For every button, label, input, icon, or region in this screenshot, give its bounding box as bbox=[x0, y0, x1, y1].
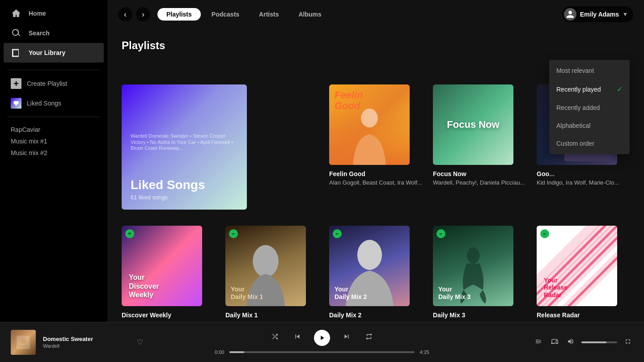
np-title: Domestic Sweater bbox=[43, 336, 128, 342]
np-center: 0:00 4:25 bbox=[145, 330, 499, 355]
topbar: ‹ › Playlists Podcasts Artists Albums Em… bbox=[107, 0, 644, 29]
daily1-image-text: YourDaily Mix 1 bbox=[231, 286, 263, 301]
tab-playlists[interactable]: Playlists bbox=[157, 8, 201, 21]
card-good-title: Goo... bbox=[537, 170, 630, 177]
sidebar-item-home[interactable]: Home bbox=[4, 4, 104, 23]
np-time-current: 0:00 bbox=[215, 349, 224, 355]
card-release-radar[interactable]: YourReleaseRadar Release Radar Made for … bbox=[537, 226, 630, 322]
user-menu[interactable]: Emily Adams ▼ bbox=[562, 6, 633, 22]
np-info: Domestic Sweater Wardell bbox=[43, 336, 128, 349]
progress-fill bbox=[229, 351, 244, 353]
sidebar-item-search-label: Search bbox=[29, 29, 50, 37]
check-icon: ✓ bbox=[617, 85, 623, 93]
repeat-button[interactable] bbox=[363, 331, 375, 345]
user-name: Emily Adams bbox=[580, 11, 619, 18]
card-discover-weekly-title: Discover Weekly bbox=[122, 311, 215, 319]
tab-albums[interactable]: Albums bbox=[289, 8, 330, 21]
np-right bbox=[499, 336, 633, 349]
play-pause-button[interactable] bbox=[314, 330, 330, 346]
home-icon bbox=[11, 8, 21, 19]
queue-button[interactable] bbox=[533, 336, 544, 349]
spotify-dot-daily2 bbox=[333, 229, 342, 238]
liked-songs-title-text: Liked Songs 61 liked songs bbox=[131, 178, 238, 201]
sort-dropdown-menu: Most relevant Recently played ✓ Recently… bbox=[549, 60, 630, 154]
user-avatar bbox=[564, 8, 576, 21]
card-discover-weekly[interactable]: YourDiscoverWeekly Discover Weekly Made … bbox=[122, 226, 215, 322]
sort-option-recently-added[interactable]: Recently added bbox=[549, 99, 630, 117]
card-daily-mix-1-title: Daily Mix 1 bbox=[225, 311, 318, 319]
sidebar-item-music-mix-2[interactable]: Music mix #2 bbox=[11, 147, 97, 158]
tab-artists[interactable]: Artists bbox=[250, 8, 288, 21]
daily3-image-text: YourDaily Mix 3 bbox=[438, 286, 470, 301]
sidebar-item-home-label: Home bbox=[29, 10, 46, 17]
card-discover-weekly-subtitle: Made for you bbox=[122, 320, 215, 322]
sidebar-nav: Home Search Your Library bbox=[0, 4, 107, 63]
card-daily-mix-3[interactable]: YourDaily Mix 3 Daily Mix 3 Marie-Clo, N… bbox=[433, 226, 526, 322]
shuffle-button[interactable] bbox=[269, 331, 281, 345]
sidebar-item-library[interactable]: Your Library bbox=[4, 43, 104, 63]
np-controls bbox=[269, 330, 375, 346]
card-feelin-good-title: Feelin Good bbox=[329, 170, 422, 177]
now-playing-bar: Domestic Sweater Wardell ♡ bbox=[0, 322, 644, 362]
sidebar-divider-2 bbox=[7, 117, 100, 117]
sort-option-alphabetical[interactable]: Alphabetical bbox=[549, 117, 630, 135]
card-daily-mix-1[interactable]: YourDaily Mix 1 Daily Mix 1 Gene Evaro J… bbox=[225, 226, 318, 322]
card-daily-mix-1-subtitle: Gene Evaro Jr, Thifany Kauany, April... bbox=[225, 320, 318, 322]
forward-button[interactable]: › bbox=[136, 7, 150, 21]
sidebar-item-liked-songs[interactable]: Liked Songs bbox=[4, 93, 104, 113]
card-release-radar-subtitle: Made for you bbox=[537, 320, 630, 322]
card-daily-mix-2-subtitle: The Serious Hyenas, Lo Zo, Cilantro... bbox=[329, 320, 422, 322]
sidebar-item-library-label: Your Library bbox=[29, 49, 65, 56]
nav-buttons: ‹ › bbox=[118, 7, 150, 21]
volume-slider[interactable] bbox=[581, 341, 617, 343]
spotify-dot-daily3 bbox=[436, 229, 445, 238]
np-artist: Wardell bbox=[43, 343, 128, 349]
back-button[interactable]: ‹ bbox=[118, 7, 132, 21]
card-daily-mix-2[interactable]: YourDaily Mix 2 Daily Mix 2 The Serious … bbox=[329, 226, 422, 322]
sidebar-divider bbox=[7, 70, 100, 70]
next-button[interactable] bbox=[341, 331, 352, 345]
main-content: Playlists Recently played ▲ Most relevan… bbox=[107, 29, 644, 322]
spotify-dot-radar bbox=[540, 229, 549, 238]
page-title: Playlists bbox=[122, 39, 630, 52]
svg-point-1 bbox=[127, 232, 132, 236]
volume-fill bbox=[581, 341, 606, 343]
svg-point-18 bbox=[21, 338, 26, 344]
focus-now-image-text: Focus Now bbox=[447, 119, 499, 130]
card-daily-mix-3-subtitle: Marie-Clo, No Aloha, Steven Cooper... bbox=[433, 320, 526, 322]
svg-rect-19 bbox=[18, 345, 28, 347]
devices-button[interactable] bbox=[549, 336, 560, 349]
progress-bar[interactable] bbox=[229, 351, 414, 353]
discover-image-text: YourDiscoverWeekly bbox=[129, 273, 159, 299]
tab-podcasts[interactable]: Podcasts bbox=[203, 8, 248, 21]
previous-button[interactable] bbox=[292, 331, 303, 345]
sidebar-item-search[interactable]: Search bbox=[4, 23, 104, 43]
sidebar-item-create-playlist[interactable]: + Create Playlist bbox=[4, 74, 104, 93]
sort-option-recently-played[interactable]: Recently played ✓ bbox=[549, 80, 630, 99]
sort-option-most-relevant[interactable]: Most relevant bbox=[549, 62, 630, 80]
topbar-tabs: Playlists Podcasts Artists Albums bbox=[157, 8, 555, 21]
spotify-dot-discover bbox=[125, 229, 134, 238]
sidebar-item-music-mix-1[interactable]: Music mix #1 bbox=[11, 136, 97, 147]
svg-point-5 bbox=[467, 248, 480, 264]
card-release-radar-title: Release Radar bbox=[537, 311, 630, 319]
np-progress: 0:00 4:25 bbox=[215, 349, 429, 355]
sidebar-playlists: + Create Playlist Liked Songs bbox=[0, 74, 107, 113]
card-feelin-good-subtitle: Alan Gogoll, Beast Coast, Ira Wolf... bbox=[329, 179, 422, 186]
sidebar-item-rapcaviar[interactable]: RapCaviar bbox=[11, 124, 97, 135]
volume-button[interactable] bbox=[565, 336, 576, 349]
card-feelin-good[interactable]: FeelinGood Feelin Good Alan Gogoll, Beas… bbox=[329, 84, 422, 215]
sidebar-library-items: RapCaviar Music mix #1 Music mix #2 bbox=[0, 121, 107, 162]
svg-point-16 bbox=[542, 232, 547, 236]
radar-image-text: YourReleaseRadar bbox=[544, 277, 568, 299]
create-playlist-icon: + bbox=[11, 78, 21, 89]
sort-option-custom-order[interactable]: Custom order bbox=[549, 135, 630, 152]
card-good-subtitle: Kid Indigo, Ira Wolf, Marie-Clo... bbox=[537, 179, 630, 186]
daily2-image-text: YourDaily Mix 2 bbox=[335, 286, 367, 301]
np-heart-button[interactable]: ♡ bbox=[135, 336, 145, 348]
card-liked-songs[interactable]: Wardell Domestic Sweater • Steven Cooper… bbox=[122, 84, 318, 215]
fullscreen-button[interactable] bbox=[623, 336, 633, 349]
user-dropdown-arrow: ▼ bbox=[623, 11, 628, 17]
sidebar: Home Search Your Library bbox=[0, 0, 107, 322]
card-focus-now[interactable]: Focus Now Focus Now Wardell, Peachy!, Da… bbox=[433, 84, 526, 215]
